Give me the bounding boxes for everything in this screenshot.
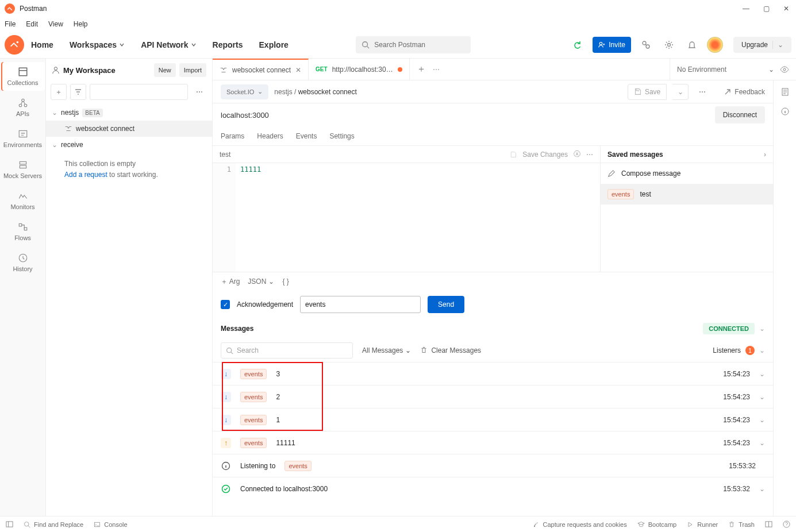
request-url[interactable]: localhost:3000 [221, 111, 269, 119]
more-icon[interactable]: ⋯ [694, 84, 710, 100]
upgrade-button[interactable]: Upgrade⌄ [733, 37, 791, 53]
notifications-icon[interactable] [684, 37, 700, 53]
info-icon[interactable] [780, 107, 790, 116]
subtab-params[interactable]: Params [221, 132, 244, 140]
settings-icon[interactable] [661, 37, 677, 53]
message-row[interactable]: ↑events1111115:54:23⌄ [213, 431, 773, 454]
nav-home[interactable]: Home [31, 40, 53, 49]
message-row[interactable]: ↓events115:54:23⌄ [213, 408, 773, 431]
rail-mock-servers[interactable]: Mock Servers [1, 155, 45, 184]
find-replace-button[interactable]: Find and Replace [24, 521, 83, 528]
sidebar-more-icon[interactable]: ⋯ [191, 84, 207, 100]
message-content[interactable]: 11111 [236, 163, 600, 272]
braces-icon[interactable]: { } [282, 277, 289, 286]
import-button[interactable]: Import [179, 63, 206, 77]
window-close-icon[interactable]: ✕ [783, 5, 789, 13]
runner-button[interactable]: Runner [687, 521, 718, 528]
menu-help[interactable]: Help [74, 20, 88, 28]
compose-message-button[interactable]: Compose message [601, 163, 773, 184]
tree-item-websocket-connect[interactable]: websocket connect [46, 121, 212, 137]
event-name-input[interactable] [300, 296, 421, 313]
trash-button[interactable]: Trash [728, 521, 755, 528]
menu-file[interactable]: File [5, 20, 16, 28]
message-row[interactable]: ↓events315:54:23⌄ [213, 362, 773, 385]
rail-collections[interactable]: Collections [1, 62, 45, 91]
window-minimize-icon[interactable]: — [743, 5, 749, 13]
rail-apis[interactable]: APIs [1, 93, 45, 122]
window-maximize-icon[interactable]: ▢ [763, 5, 770, 13]
message-row[interactable]: Connected to localhost:300015:53:32⌄ [213, 477, 773, 500]
saved-message-item[interactable]: events test [601, 184, 773, 205]
user-avatar[interactable] [707, 37, 723, 53]
chevron-down-icon[interactable]: ⌄ [759, 370, 765, 378]
tree-folder-receive[interactable]: ⌄ receive [46, 137, 212, 153]
capture-icon[interactable] [638, 37, 654, 53]
new-tab-icon[interactable]: ＋ [417, 63, 426, 75]
message-name[interactable]: test [220, 151, 230, 159]
save-dropdown[interactable]: ⌄ [672, 84, 689, 100]
capture-cookies-button[interactable]: Capture requests and cookies [533, 521, 627, 528]
add-arg-button[interactable]: ＋ Arg [221, 277, 240, 287]
close-tab-icon[interactable]: ✕ [295, 66, 301, 74]
environment-selector[interactable]: No Environment ⌄ [670, 59, 796, 80]
nav-workspaces[interactable]: Workspaces [70, 40, 125, 49]
tab-websocket-connect[interactable]: websocket connect ✕ [213, 59, 309, 80]
nav-reports[interactable]: Reports [213, 40, 243, 49]
rail-history[interactable]: History [1, 248, 45, 277]
two-pane-icon[interactable] [765, 521, 772, 528]
add-request-link[interactable]: Add a request [64, 171, 107, 179]
save-button[interactable]: Save [628, 84, 667, 100]
subtab-settings[interactable]: Settings [329, 132, 354, 140]
tab-options-icon[interactable]: ⋯ [433, 65, 440, 74]
editor-more-icon[interactable]: ⋯ [586, 151, 593, 159]
messages-filter[interactable]: All Messages⌄ [362, 346, 411, 354]
messages-search[interactable]: Search [221, 342, 353, 358]
global-search[interactable]: Search Postman [356, 36, 471, 53]
protocol-selector[interactable]: Socket.IO ⌄ [221, 84, 268, 99]
panel-toggle-icon[interactable] [6, 521, 13, 528]
workspace-title[interactable]: My Workspace [52, 66, 151, 75]
subtab-headers[interactable]: Headers [257, 132, 283, 140]
chevron-down-icon[interactable]: ⌄ [759, 346, 765, 354]
chevron-down-icon[interactable]: ⌄ [759, 325, 765, 333]
message-row[interactable]: ↓events215:54:23⌄ [213, 385, 773, 408]
send-button[interactable]: Send [428, 296, 464, 313]
invite-button[interactable]: Invite [593, 37, 631, 53]
menu-view[interactable]: View [48, 20, 63, 28]
rail-flows[interactable]: Flows [1, 217, 45, 246]
feedback-link[interactable]: Feedback [724, 88, 765, 96]
tab-http-localhost[interactable]: GET http://localhost:30… [309, 59, 410, 80]
subtab-events[interactable]: Events [296, 132, 317, 140]
new-button[interactable]: New [154, 63, 176, 77]
home-logo-icon[interactable] [5, 35, 24, 55]
chevron-down-icon[interactable]: ⌄ [759, 439, 765, 447]
discard-icon[interactable]: ⓧ [574, 149, 580, 159]
chevron-right-icon[interactable]: › [764, 151, 766, 159]
save-changes-button[interactable]: Save Changes [522, 151, 568, 159]
listeners-label[interactable]: Listeners [713, 346, 741, 354]
chevron-down-icon[interactable]: ⌄ [759, 416, 765, 424]
rail-environments[interactable]: Environments [1, 124, 45, 153]
create-collection-button[interactable]: ＋ [51, 84, 67, 100]
ack-checkbox[interactable]: ✓ [221, 300, 230, 309]
menu-edit[interactable]: Edit [26, 20, 38, 28]
sidebar-search-input[interactable] [90, 84, 188, 100]
nav-api-network[interactable]: API Network [141, 40, 196, 49]
chevron-down-icon[interactable]: ⌄ [759, 485, 765, 493]
format-selector[interactable]: JSON ⌄ [248, 277, 274, 286]
message-editor[interactable]: 1 11111 [213, 163, 600, 272]
console-button[interactable]: Console [94, 521, 127, 528]
sync-icon[interactable] [570, 37, 586, 53]
disconnect-button[interactable]: Disconnect [715, 106, 765, 124]
eye-icon[interactable] [780, 65, 789, 74]
docs-icon[interactable] [780, 87, 790, 97]
bootcamp-button[interactable]: Bootcamp [637, 521, 677, 528]
chevron-down-icon[interactable]: ⌄ [759, 393, 765, 401]
filter-button[interactable] [70, 84, 86, 100]
help-icon[interactable] [783, 521, 790, 528]
tree-folder-nestjs[interactable]: ⌄ nestjs BETA [46, 105, 212, 121]
rail-monitors[interactable]: Monitors [1, 186, 45, 215]
clear-messages-button[interactable]: Clear Messages [420, 346, 481, 354]
nav-explore[interactable]: Explore [259, 40, 289, 49]
message-row[interactable]: Listening toevents15:53:32 [213, 454, 773, 477]
